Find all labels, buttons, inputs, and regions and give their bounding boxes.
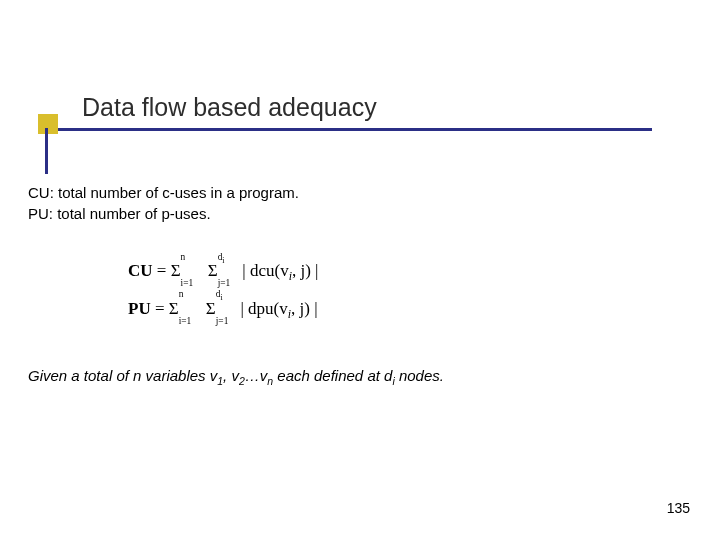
sigma-sub: j=1 [216,311,229,332]
page-number: 135 [667,500,690,516]
sigma-sub: i=1 [179,311,192,332]
sigma-sup: di [216,284,223,306]
pu-body: | dpu(vi, j) | [236,299,317,318]
definitions: CU: total number of c-uses in a program.… [28,182,688,224]
cu-eq: = [153,261,171,280]
variables-note: Given a total of n variables v1, v2…vn e… [28,367,688,387]
pu-formula: PU = Σni=1Σdij=1 | dpu(vi, j) | [128,290,688,328]
sigma-sup: di [218,247,225,269]
cu-lhs: CU [128,261,153,280]
pu-lhs: PU [128,299,151,318]
title-underline [38,128,652,131]
slide-title-block: Data flow based adequacy [38,94,652,131]
pu-definition: PU: total number of p-uses. [28,203,688,224]
slide-title: Data flow based adequacy [82,94,652,122]
sigma-sup: n [181,247,186,268]
cu-formula: CU = Σni=1Σdij=1 | dcu(vi, j) | [128,252,688,290]
sigma-sup: n [179,284,184,305]
sigma-icon: Σni=1 [169,290,179,327]
cu-body: | dcu(vi, j) | [238,261,318,280]
vertical-rule [45,128,48,174]
bullet-square-icon [38,114,58,134]
cu-definition: CU: total number of c-uses in a program. [28,182,688,203]
pu-eq: = [151,299,169,318]
sigma-icon: Σdij=1 [206,290,216,327]
slide-body: CU: total number of c-uses in a program.… [28,182,688,387]
formula-block: CU = Σni=1Σdij=1 | dcu(vi, j) | PU = Σni… [128,252,688,327]
